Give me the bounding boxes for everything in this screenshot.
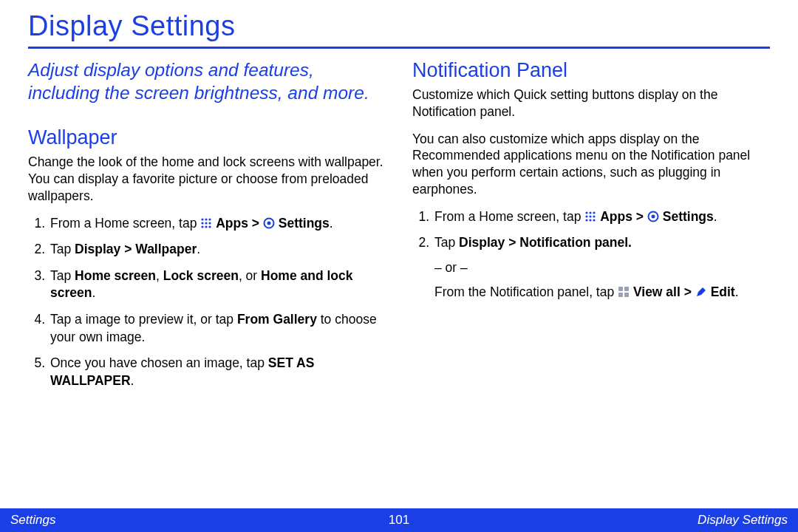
wallpaper-step-5: Once you have chosen an image, tap SET A…	[49, 355, 386, 389]
wallpaper-heading: Wallpaper	[28, 126, 386, 149]
notification-step-2: Tap Display > Notification panel. – or –…	[433, 234, 770, 301]
svg-point-0	[202, 218, 204, 220]
apps-icon	[584, 210, 596, 222]
svg-rect-24	[618, 293, 623, 297]
step-text: Once you have chosen an image, tap	[50, 355, 268, 370]
notification-para-2: You can also customize which apps displa…	[412, 131, 770, 198]
right-column: Notification Panel Customize which Quick…	[412, 59, 770, 399]
bold-text: From Gallery	[237, 312, 317, 327]
bold-text: Settings	[663, 209, 714, 224]
notification-steps: From a Home screen, tap Apps > Settings.…	[412, 208, 770, 302]
two-column-layout: Adjust display options and features, inc…	[28, 59, 770, 399]
svg-point-14	[586, 215, 588, 217]
footer-page-number: 101	[389, 513, 409, 528]
step-text: Tap	[434, 235, 459, 250]
bold-text: >	[681, 284, 695, 299]
wallpaper-step-1: From a Home screen, tap Apps > Settings.	[49, 215, 386, 233]
step-text: .	[92, 285, 95, 300]
page-title: Display Settings	[28, 10, 770, 42]
notification-step-1: From a Home screen, tap Apps > Settings.	[433, 208, 770, 226]
settings-icon	[647, 210, 659, 222]
wallpaper-step-3: Tap Home screen, Lock screen, or Home an…	[49, 267, 386, 302]
left-column: Adjust display options and features, inc…	[28, 59, 386, 399]
bold-text: Apps	[216, 216, 248, 231]
step-text: , or	[239, 268, 261, 283]
step-text: .	[131, 373, 134, 388]
svg-point-5	[209, 222, 211, 224]
footer-left: Settings	[10, 513, 55, 528]
svg-rect-22	[618, 287, 623, 291]
svg-point-15	[590, 215, 592, 217]
svg-point-10	[267, 221, 270, 225]
svg-point-16	[593, 215, 596, 217]
step-text: .	[197, 242, 200, 256]
bold-text: Lock screen	[163, 268, 239, 283]
svg-rect-23	[624, 287, 629, 291]
wallpaper-step-2: Tap Display > Wallpaper.	[49, 241, 386, 259]
page-footer: Settings 101 Display Settings	[0, 508, 798, 532]
bold-text: Apps	[600, 209, 632, 224]
wallpaper-step-4: Tap a image to preview it, or tap From G…	[49, 311, 386, 346]
bold-text: Settings	[279, 216, 330, 231]
step-text: .	[714, 209, 717, 224]
notification-para-1: Customize which Quick setting buttons di…	[412, 86, 770, 120]
step-text: From a Home screen, tap	[50, 216, 200, 231]
svg-point-18	[590, 219, 592, 221]
step-text: From the Notification panel, tap	[434, 284, 618, 299]
bold-text: >	[248, 216, 263, 231]
svg-rect-25	[624, 293, 629, 297]
svg-point-8	[209, 225, 211, 228]
svg-point-11	[586, 211, 588, 214]
svg-point-7	[205, 225, 208, 228]
intro-text: Adjust display options and features, inc…	[28, 59, 386, 104]
svg-point-12	[590, 211, 592, 214]
svg-point-3	[202, 222, 204, 224]
svg-point-6	[202, 225, 204, 228]
footer-right: Display Settings	[698, 513, 788, 528]
manual-page: Display Settings Adjust display options …	[0, 0, 798, 532]
notification-heading: Notification Panel	[412, 59, 770, 82]
bold-text: Display > Notification panel.	[459, 235, 632, 250]
bold-text: Edit	[711, 284, 735, 299]
grid-icon	[618, 285, 630, 297]
bold-text: >	[632, 209, 647, 224]
svg-point-19	[593, 219, 596, 221]
svg-point-2	[209, 218, 211, 220]
settings-icon	[263, 216, 275, 228]
or-separator: – or –	[434, 259, 770, 277]
bold-text: Home screen	[75, 268, 156, 283]
step-text: .	[735, 284, 739, 299]
svg-point-13	[593, 211, 596, 214]
step-text: From a Home screen, tap	[434, 209, 584, 224]
step-text: Tap	[50, 268, 75, 283]
step-text: .	[330, 216, 333, 231]
pencil-icon	[695, 285, 707, 297]
title-rule	[28, 47, 770, 49]
svg-point-17	[586, 219, 588, 221]
wallpaper-para: Change the look of the home and lock scr…	[28, 154, 386, 204]
svg-point-1	[205, 218, 208, 220]
step-text: Tap a image to preview it, or tap	[50, 312, 237, 327]
wallpaper-steps: From a Home screen, tap Apps > Settings.…	[28, 215, 386, 390]
bold-text: Display > Wallpaper	[75, 242, 197, 256]
bold-text: View all	[633, 284, 681, 299]
step-text: Tap	[50, 242, 75, 256]
apps-icon	[200, 216, 212, 228]
step-text: ,	[156, 268, 163, 283]
svg-point-4	[205, 222, 208, 224]
svg-point-21	[651, 214, 655, 218]
